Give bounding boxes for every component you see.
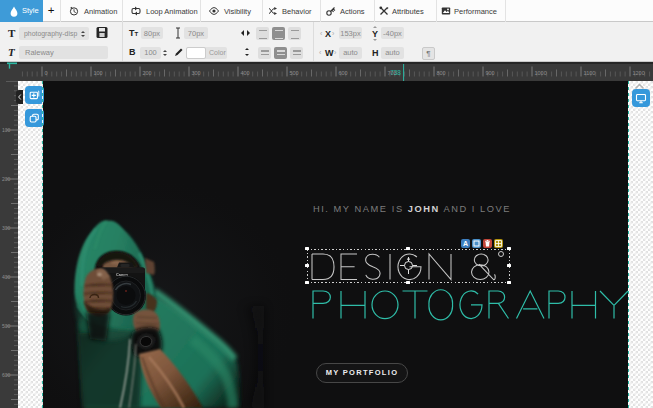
svg-text:300: 300 bbox=[2, 225, 11, 231]
svg-text:100: 100 bbox=[2, 127, 11, 133]
svg-text:900: 900 bbox=[486, 70, 495, 76]
svg-text:738: 738 bbox=[390, 69, 401, 76]
svg-text:600: 600 bbox=[2, 372, 11, 378]
svg-text:A: A bbox=[462, 240, 467, 247]
svg-text:100: 100 bbox=[94, 70, 103, 76]
svg-text:600: 600 bbox=[339, 70, 348, 76]
svg-text:1100: 1100 bbox=[584, 70, 596, 76]
svg-text:400: 400 bbox=[2, 274, 11, 280]
svg-text:800: 800 bbox=[437, 70, 446, 76]
svg-text:0: 0 bbox=[45, 70, 48, 76]
svg-text:200: 200 bbox=[2, 176, 11, 182]
svg-text:200: 200 bbox=[143, 70, 152, 76]
svg-text:500: 500 bbox=[2, 323, 11, 329]
svg-text:1000: 1000 bbox=[535, 70, 547, 76]
svg-text:500: 500 bbox=[290, 70, 299, 76]
svg-text:400: 400 bbox=[241, 70, 250, 76]
svg-text:300: 300 bbox=[192, 70, 201, 76]
